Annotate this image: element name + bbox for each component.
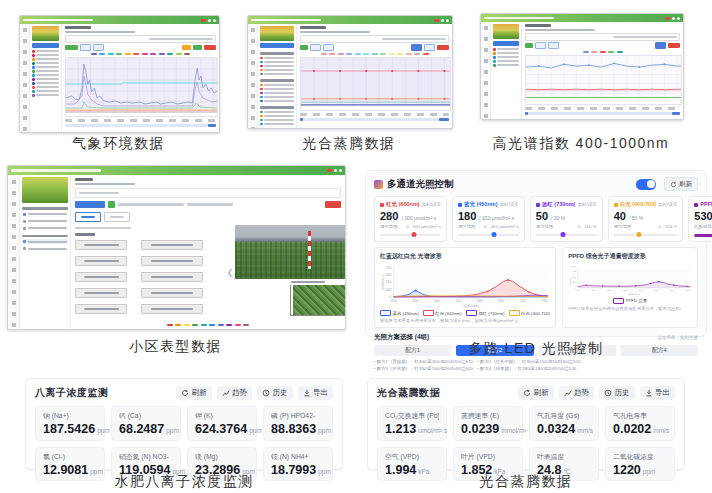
sidebar-legend-item[interactable] <box>260 69 294 72</box>
chart-mode-button[interactable] <box>411 44 422 51</box>
sidebar-legend-item[interactable] <box>493 64 519 67</box>
chart-legend-item[interactable] <box>192 324 198 326</box>
chart-legend-item[interactable] <box>608 51 614 53</box>
phenotype-field-button[interactable] <box>75 288 127 298</box>
chart-legend-item[interactable] <box>583 51 589 53</box>
sidebar-legend-item[interactable] <box>260 119 294 122</box>
left-icon-strip[interactable] <box>248 24 258 128</box>
chart-legend-item[interactable] <box>338 53 344 55</box>
chart-legend-item[interactable] <box>372 53 378 55</box>
chart-scrollbar[interactable] <box>300 118 449 121</box>
sidebar-legend-item[interactable] <box>260 57 294 60</box>
chart-legend-item[interactable] <box>209 324 215 326</box>
chart-legend-item[interactable]: 蓝光 (450nm) <box>380 310 419 317</box>
warn-button[interactable] <box>182 45 191 50</box>
chart-mode-button[interactable] <box>424 44 435 51</box>
phenotype-field-button[interactable] <box>75 304 127 314</box>
transpiration-dashboard-window[interactable] <box>247 15 453 129</box>
sidebar-legend-item[interactable] <box>260 123 294 126</box>
sidebar-legend-item[interactable] <box>260 84 294 87</box>
chart-legend-item[interactable] <box>380 53 386 55</box>
sidebar-legend-item[interactable] <box>32 78 59 81</box>
sidebar-legend-item[interactable] <box>32 54 59 57</box>
prev-image-chevron[interactable]: ❮ <box>225 268 235 277</box>
left-icon-strip[interactable] <box>8 175 20 329</box>
chart-legend-item[interactable] <box>397 53 403 55</box>
chart-legend-item[interactable] <box>167 53 173 55</box>
sidebar-legend-item[interactable] <box>32 82 59 85</box>
phenotype-field-button[interactable] <box>141 272 203 282</box>
sidebar-legend-item[interactable] <box>260 115 294 118</box>
export-button[interactable] <box>668 43 680 48</box>
chart-legend-item[interactable] <box>321 53 327 55</box>
export-button[interactable] <box>437 45 449 50</box>
left-icon-strip[interactable] <box>481 22 491 119</box>
sidebar-legend-item[interactable] <box>493 60 519 63</box>
chart-legend-item[interactable] <box>150 53 156 55</box>
chart-legend-item[interactable] <box>617 51 623 53</box>
chart-legend-item[interactable] <box>423 53 429 55</box>
export-button[interactable] <box>325 201 341 208</box>
chart-legend-item[interactable] <box>184 324 190 326</box>
range-button[interactable] <box>535 42 546 49</box>
refresh-button[interactable]: 刷新 <box>664 177 698 191</box>
chart-legend-item[interactable] <box>235 324 241 326</box>
refresh-button[interactable]: 刷新 <box>176 386 212 400</box>
phenotype-field-button[interactable] <box>75 240 127 250</box>
chart-legend-item[interactable] <box>91 53 97 55</box>
tab-phenotype[interactable] <box>75 212 101 222</box>
channel-slider[interactable] <box>458 234 519 237</box>
chart-legend-item[interactable] <box>176 53 182 55</box>
chart-legend-item[interactable] <box>591 51 597 53</box>
export-button[interactable] <box>204 45 216 50</box>
chart-legend-item[interactable]: 红光 (660nm) <box>423 310 462 317</box>
hyperspectral-dashboard-window[interactable] <box>480 13 684 120</box>
menu-item[interactable] <box>22 212 68 217</box>
sidebar-legend-item[interactable] <box>32 50 59 53</box>
menu-item[interactable] <box>22 246 68 251</box>
phenotype-field-button[interactable] <box>75 256 127 266</box>
range-button[interactable] <box>80 44 91 51</box>
chart-legend-item[interactable]: 白光 (400-700) <box>509 310 551 317</box>
search-input[interactable] <box>525 33 680 41</box>
chart-legend-item[interactable] <box>226 324 232 326</box>
sidebar-legend-item[interactable] <box>260 65 294 68</box>
range-button[interactable] <box>93 44 104 51</box>
query-button[interactable] <box>65 45 78 50</box>
trend-button[interactable]: 趋势 <box>559 386 595 400</box>
left-icon-strip[interactable] <box>20 24 30 132</box>
chart-legend-item[interactable] <box>175 324 181 326</box>
chart-legend-item[interactable] <box>116 53 122 55</box>
phenotype-field-button[interactable] <box>75 272 127 282</box>
trend-button[interactable]: 趋势 <box>217 386 253 400</box>
chart-scrollbar[interactable] <box>65 124 216 127</box>
channel-slider[interactable] <box>380 234 441 237</box>
sidebar-query-button[interactable] <box>32 43 59 48</box>
plot-select-dropdown[interactable] <box>75 201 105 208</box>
search-input[interactable] <box>300 35 449 43</box>
sidebar-legend-item[interactable] <box>493 56 519 59</box>
menu-item[interactable] <box>22 219 68 224</box>
menu-item[interactable] <box>22 226 68 231</box>
refresh-button[interactable]: 刷新 <box>518 386 554 400</box>
history-button[interactable]: 历史 <box>257 386 293 400</box>
history-button[interactable]: 历史 <box>599 386 635 400</box>
chart-legend-item[interactable] <box>363 53 369 55</box>
chart-legend-item[interactable] <box>406 53 412 55</box>
sidebar-legend-item[interactable] <box>260 92 294 95</box>
field-photo[interactable] <box>235 225 346 279</box>
chart-legend-item[interactable] <box>243 324 249 326</box>
master-toggle[interactable] <box>636 179 656 190</box>
sidebar-query-button[interactable] <box>493 41 519 46</box>
sidebar-legend-item[interactable] <box>493 52 519 55</box>
chart-legend-item[interactable] <box>201 324 207 326</box>
sidebar-query-button[interactable] <box>260 43 294 48</box>
sidebar-legend-item[interactable] <box>32 66 59 69</box>
sidebar-legend-item[interactable] <box>32 86 59 89</box>
phenotype-field-button[interactable] <box>141 288 203 298</box>
chart-legend-item[interactable]: 远红 (730nm) <box>466 310 505 317</box>
weather-dashboard-window[interactable] <box>19 15 220 133</box>
chart-legend-item[interactable] <box>329 53 335 55</box>
chart-legend-item[interactable] <box>218 324 224 326</box>
chart-legend-item[interactable] <box>159 53 165 55</box>
